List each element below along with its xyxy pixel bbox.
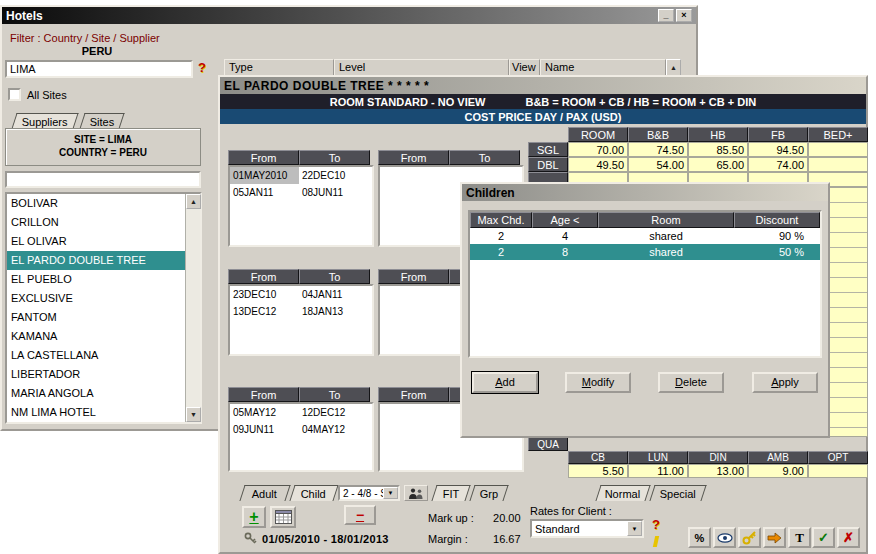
tab-adult[interactable]: Adult <box>239 485 290 501</box>
meal-cell[interactable] <box>808 464 868 478</box>
children-table-header: Max Chd. Age < Room Discount <box>470 212 820 228</box>
client-rate-dropdown[interactable]: Standard ▼ <box>530 519 644 538</box>
children-titlebar[interactable]: Children <box>462 184 828 201</box>
delete-period-button[interactable]: − <box>344 505 376 525</box>
add-button[interactable]: Add <box>472 372 538 393</box>
site-input[interactable] <box>5 60 193 78</box>
meal-cell[interactable]: 11.00 <box>628 464 688 478</box>
to-header[interactable]: To <box>449 150 520 165</box>
tab-grp[interactable]: Grp <box>469 485 508 501</box>
help-icon[interactable]: ? <box>652 517 660 532</box>
period-date[interactable]: 04JAN11 <box>299 286 368 303</box>
price-cell[interactable]: 74.50 <box>628 142 688 157</box>
meal-cell[interactable]: 13.00 <box>688 464 748 478</box>
percent-button[interactable]: % <box>688 527 711 548</box>
help-icon[interactable]: ? <box>198 60 206 75</box>
list-item[interactable]: LIBERTADOR <box>7 365 185 384</box>
period-date[interactable]: 08JUN11 <box>299 184 368 201</box>
from-header[interactable]: From <box>228 387 299 402</box>
confirm-button[interactable]: ✓ <box>812 527 835 548</box>
list-item[interactable]: BOLIVAR <box>7 194 185 213</box>
list-item[interactable]: EL OLIVAR <box>7 232 185 251</box>
to-header[interactable]: To <box>299 387 370 402</box>
column-name[interactable]: Name <box>540 59 666 76</box>
price-cell[interactable] <box>808 142 868 157</box>
period-date[interactable]: 05MAY12 <box>230 404 299 421</box>
list-item[interactable]: FANTOM <box>7 308 185 327</box>
column-type[interactable]: Type <box>224 59 334 76</box>
supplier-filter-field[interactable] <box>5 171 201 188</box>
price-cell[interactable]: 65.00 <box>688 157 748 172</box>
from-header[interactable]: From <box>378 387 449 402</box>
from-header[interactable]: From <box>228 150 299 165</box>
tab-normal[interactable]: Normal <box>595 485 650 501</box>
from-header[interactable]: From <box>378 269 449 284</box>
export-button[interactable] <box>763 527 786 548</box>
hotels-titlebar[interactable]: Hotels _ × <box>2 7 696 24</box>
all-sites-checkbox[interactable] <box>8 88 21 101</box>
text-button[interactable]: T <box>788 527 811 548</box>
tab-child[interactable]: Child <box>289 485 338 501</box>
meal-cell[interactable]: 5.50 <box>568 464 628 478</box>
scroll-down-icon[interactable]: ▼ <box>186 407 201 422</box>
period-date[interactable]: 23DEC10 <box>230 286 299 303</box>
tab-suppliers[interactable]: Suppliers <box>11 113 78 129</box>
view-button[interactable] <box>713 527 736 548</box>
child-config-dropdown[interactable]: 2 - 4/8 - Shr ▼ <box>338 485 400 501</box>
list-item[interactable]: CRILLON <box>7 213 185 232</box>
tab-fit[interactable]: FIT <box>431 485 470 501</box>
column-level[interactable]: Level <box>334 59 509 76</box>
tab-sites[interactable]: Sites <box>79 113 124 129</box>
price-cell[interactable] <box>808 157 868 172</box>
list-item[interactable]: EXCLUSIVE <box>7 289 185 308</box>
period-date[interactable]: 04MAY12 <box>299 421 368 438</box>
price-cell[interactable]: 54.00 <box>628 157 688 172</box>
meal-cell[interactable]: 9.00 <box>748 464 808 478</box>
cell-age: 8 <box>532 244 598 260</box>
modify-button[interactable]: Modify <box>565 372 631 393</box>
period-date[interactable]: 01MAY2010 <box>230 167 299 184</box>
list-item[interactable]: EL PUEBLO <box>7 270 185 289</box>
apply-button[interactable]: Apply <box>752 372 818 393</box>
add-period-button[interactable]: + <box>242 506 266 528</box>
price-cell[interactable]: 74.00 <box>748 157 808 172</box>
calendar-button[interactable] <box>270 506 296 528</box>
period-date[interactable]: 22DEC10 <box>299 167 368 184</box>
period-date[interactable]: 13DEC12 <box>230 303 299 320</box>
period-date[interactable]: 12DEC12 <box>299 404 368 421</box>
children-row-selected[interactable]: 2 8 shared 50 % <box>470 244 820 260</box>
price-cell[interactable]: 70.00 <box>568 142 628 157</box>
to-header[interactable]: To <box>299 269 370 284</box>
dropdown-arrow-icon[interactable]: ▼ <box>383 487 398 499</box>
table-scroll-up-icon[interactable]: ▲ <box>666 59 681 76</box>
column-view[interactable]: View <box>509 59 540 76</box>
price-cell[interactable]: 85.50 <box>688 142 748 157</box>
children-row[interactable]: 2 4 shared 90 % <box>470 228 820 244</box>
period-date[interactable]: 09JUN11 <box>230 421 299 438</box>
delete-button[interactable]: Delete <box>658 372 724 393</box>
list-item[interactable]: NM LIMA HOTEL <box>7 403 185 422</box>
supplier-scrollbar[interactable]: ▲ ▼ <box>185 194 200 422</box>
cancel-button[interactable]: ✗ <box>837 527 860 548</box>
minimize-icon[interactable]: _ <box>658 9 674 22</box>
dropdown-arrow-icon[interactable]: ▼ <box>627 521 642 536</box>
cell-room: shared <box>598 228 734 244</box>
hotel-titlebar[interactable]: EL PARDO DOUBLE TREE * * * * * <box>220 77 866 94</box>
price-cell[interactable]: 49.50 <box>568 157 628 172</box>
to-header[interactable]: To <box>299 150 370 165</box>
password-button[interactable] <box>738 527 761 548</box>
tab-adult-label: Adult <box>252 488 277 500</box>
tab-special[interactable]: Special <box>649 485 706 501</box>
children-button[interactable] <box>404 485 428 501</box>
from-header[interactable]: From <box>228 269 299 284</box>
list-item[interactable]: MARIA ANGOLA <box>7 384 185 403</box>
list-item[interactable]: LA CASTELLANA <box>7 346 185 365</box>
close-icon[interactable]: × <box>676 9 692 22</box>
period-date[interactable]: 05JAN11 <box>230 184 299 201</box>
period-date[interactable]: 18JAN13 <box>299 303 368 320</box>
list-item[interactable]: KAMANA <box>7 327 185 346</box>
price-cell[interactable]: 94.50 <box>748 142 808 157</box>
from-header[interactable]: From <box>378 150 449 165</box>
list-item-selected[interactable]: EL PARDO DOUBLE TREE <box>7 251 185 270</box>
scroll-up-icon[interactable]: ▲ <box>186 194 201 209</box>
